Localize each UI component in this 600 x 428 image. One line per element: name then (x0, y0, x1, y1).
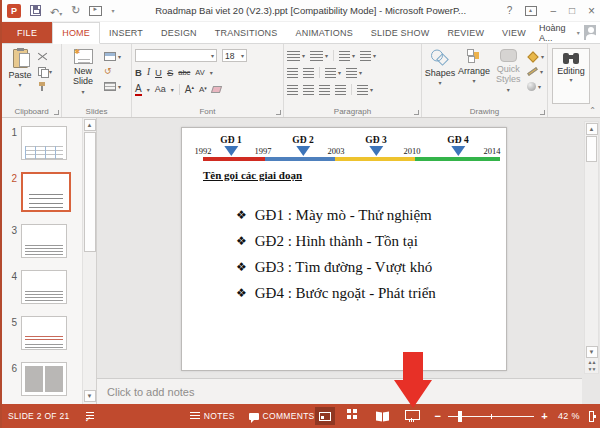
start-slideshow-icon[interactable] (89, 6, 102, 16)
help-button[interactable]: ? (507, 5, 513, 16)
editing-caret-icon[interactable]: ▾ (569, 77, 572, 83)
change-case-button[interactable]: Aa (155, 85, 166, 94)
tab-design[interactable]: DESIGN (152, 22, 206, 43)
maximize-button[interactable]: □ (569, 5, 575, 16)
editing-button[interactable]: Editing ▾ (552, 48, 590, 104)
thumbnail-preview[interactable] (21, 270, 67, 304)
align-right-icon[interactable] (319, 85, 330, 95)
bullet-list[interactable]: ❖ GĐ1 : Mày mò - Thử nghiệm ❖ GĐ2 : Hình… (236, 202, 498, 306)
bullet-item[interactable]: ❖ GĐ2 : Hình thành - Tồn tại (236, 228, 498, 254)
thumbnail-preview[interactable] (21, 126, 67, 160)
layout-button[interactable]: ▾ (104, 51, 121, 62)
minimize-button[interactable]: – (550, 5, 556, 16)
bullet-item[interactable]: ❖ GĐ4 : Bước ngoặt - Phát triển (236, 280, 498, 306)
tab-transitions[interactable]: TRANSITIONS (206, 22, 287, 43)
fit-to-window-icon[interactable] (589, 411, 594, 422)
cut-button[interactable] (38, 51, 52, 62)
editor-scroll-down-icon[interactable]: ▼ (586, 346, 598, 358)
thumbnail-scroll-down-icon[interactable]: ▼ (84, 390, 96, 402)
zoom-level[interactable]: 42 % (558, 411, 580, 421)
shapes-caret-icon[interactable]: ▾ (439, 80, 442, 86)
zoom-in-button[interactable]: + (541, 411, 548, 422)
tab-animations[interactable]: ANIMATIONS (287, 22, 362, 43)
line-spacing-button[interactable]: ▾ (339, 50, 355, 61)
copy-button[interactable]: ▾ (38, 66, 52, 77)
new-slide-button[interactable]: New Slide ▾ (65, 48, 101, 104)
thumbnail-preview[interactable] (21, 172, 71, 212)
clear-formatting-small-button[interactable]: abc (178, 69, 190, 77)
thumbnail-preview[interactable] (21, 316, 67, 350)
zoom-slider[interactable] (448, 416, 534, 417)
thumbnail-scroll-thumb[interactable] (84, 132, 96, 252)
section-button[interactable]: ▾ (104, 81, 121, 92)
align-center-icon[interactable] (303, 85, 314, 95)
font-name-combo[interactable]: ▾ (135, 49, 217, 62)
slide-sorter-view-button[interactable] (344, 407, 364, 425)
previous-slide-icon[interactable]: ▲▲ (588, 360, 596, 365)
reset-button[interactable]: ↺ (104, 66, 121, 77)
tab-view[interactable]: VIEW (493, 22, 535, 43)
thumbnail-scrollbar[interactable]: ▲ ▼ (82, 118, 96, 404)
underline-button[interactable]: U (155, 68, 162, 78)
font-color-caret-icon[interactable]: ▾ (147, 87, 150, 93)
paragraph-dialog-launcher-icon[interactable] (414, 110, 419, 115)
character-spacing-caret-icon[interactable]: ▾ (210, 70, 213, 76)
shape-fill-button[interactable]: ▾ (527, 51, 544, 62)
spell-check-icon[interactable] (86, 411, 90, 422)
slide-canvas[interactable]: 1992 1997 2003 2010 2014 GĐ 1 GĐ 2 (181, 127, 507, 371)
shapes-button[interactable]: Shapes ▾ (425, 48, 455, 104)
decrease-font-size-button[interactable]: A▾ (199, 86, 207, 94)
bullet-item[interactable]: ❖ GĐ3 : Tìm đường - Vượt khó (236, 254, 498, 280)
paste-button[interactable]: Paste ▾ (5, 48, 35, 104)
notes-toggle[interactable]: NOTES (190, 411, 235, 421)
text-direction-button[interactable]: ▾ (360, 50, 376, 61)
numbering-button[interactable]: ▾ (310, 50, 328, 61)
next-slide-icon[interactable]: ▼▼ (588, 367, 596, 372)
drawing-dialog-launcher-icon[interactable] (540, 110, 545, 115)
format-painter-button[interactable] (38, 81, 52, 92)
shape-outline-button[interactable]: ▾ (527, 66, 544, 77)
font-size-combo[interactable]: 18▾ (222, 49, 247, 62)
slide-heading[interactable]: Tên gọi các giai đoạn (203, 169, 302, 181)
arrange-button[interactable]: Arrange ▾ (458, 48, 489, 104)
italic-button[interactable]: I (147, 68, 150, 78)
align-text-button[interactable]: ▾ (346, 67, 362, 78)
thumbnail-preview[interactable] (21, 362, 67, 396)
new-slide-caret-icon[interactable]: ▾ (81, 89, 84, 95)
font-color-button[interactable]: A (135, 83, 142, 96)
tab-slide-show[interactable]: SLIDE SHOW (362, 22, 439, 43)
change-case-caret-icon[interactable]: ▾ (171, 87, 174, 93)
thumbnail-preview[interactable] (21, 224, 67, 258)
justify-icon[interactable] (335, 85, 346, 95)
arrange-caret-icon[interactable]: ▾ (472, 78, 475, 84)
tab-home[interactable]: HOME (52, 22, 100, 44)
zoom-slider-thumb[interactable] (458, 411, 462, 422)
tab-review[interactable]: REVIEW (438, 22, 493, 43)
reading-view-button[interactable] (373, 407, 393, 425)
editor-scroll-thumb[interactable] (586, 136, 597, 162)
increase-indent-button[interactable] (303, 67, 314, 78)
ribbon-display-options-icon[interactable] (525, 6, 537, 16)
undo-button[interactable]: ↶▾ (50, 2, 62, 20)
account-menu[interactable]: Hoàng A... ▾ (535, 22, 600, 43)
clipboard-dialog-launcher-icon[interactable] (54, 110, 59, 115)
strikethrough-button[interactable]: S (167, 68, 173, 78)
tab-file[interactable]: FILE (2, 22, 52, 43)
convert-smartart-button[interactable]: ▾ (357, 84, 373, 95)
editor-scrollbar[interactable]: ▲ ▼ ▲▲ ▼▼ (584, 121, 599, 374)
font-dialog-launcher-icon[interactable] (276, 110, 281, 115)
redo-icon[interactable]: ↻ (71, 5, 80, 16)
columns-button[interactable]: ▾ (325, 67, 341, 78)
collapse-ribbon-icon[interactable]: ⌃ (589, 106, 596, 115)
increase-font-size-button[interactable]: A▴ (185, 85, 194, 95)
align-left-icon[interactable] (287, 85, 298, 95)
paste-caret-icon[interactable]: ▾ (18, 82, 21, 88)
shape-effects-button[interactable]: ▾ (527, 81, 544, 92)
bullets-button[interactable]: ▾ (287, 50, 305, 61)
tab-insert[interactable]: INSERT (100, 22, 152, 43)
close-button[interactable]: × (588, 4, 595, 18)
bold-button[interactable]: B (135, 68, 142, 78)
slide-show-view-button[interactable] (402, 407, 422, 425)
normal-view-button[interactable] (315, 407, 335, 425)
character-spacing-button[interactable]: AV (195, 69, 204, 77)
